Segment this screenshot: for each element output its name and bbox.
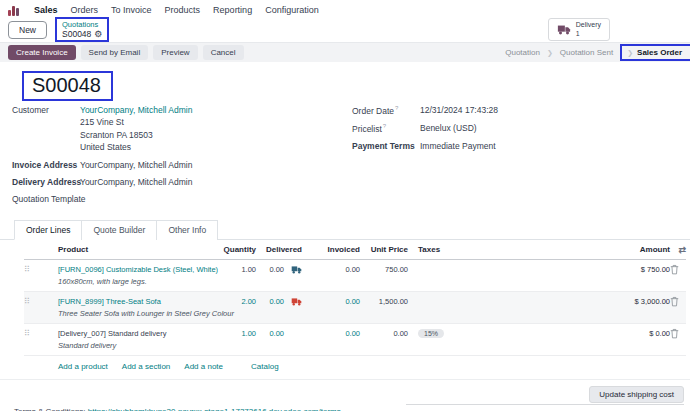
delete-row-icon[interactable] [670,264,686,275]
col-invoiced: Invoiced [302,245,360,254]
unit-price-cell[interactable]: 1,500.00 [360,297,408,306]
optional-columns-icon[interactable]: ⇄ [670,245,686,255]
col-delivered: Delivered [256,245,302,254]
status-quotation-sent[interactable]: Quotation Sent [560,48,613,57]
customer-address-line: 215 Vine St [80,117,192,128]
add-section-link[interactable]: Add a section [122,362,170,371]
menu-to-invoice[interactable]: To Invoice [111,5,152,15]
payment-terms-label: Payment Terms [352,141,420,151]
col-quantity: Quantity [218,245,256,254]
send-by-email-button[interactable]: Send by Email [81,45,149,60]
customer-link[interactable]: YourCompany, Mitchell Admin [80,105,192,115]
delete-row-icon[interactable] [670,328,686,339]
tax-badge: 15% [418,329,444,338]
catalog-link[interactable]: Catalog [251,362,279,371]
tab-quote-builder[interactable]: Quote Builder [81,220,157,240]
col-amount: Amount [558,245,670,254]
quotation-template-label: Quotation Template [12,194,80,204]
invoice-address-value[interactable]: YourCompany, Mitchell Admin [80,160,192,170]
customer-address-line: United States [80,142,192,153]
menu-configuration[interactable]: Configuration [265,5,319,15]
help-icon: ? [395,105,398,111]
col-unit-price: Unit Price [360,245,408,254]
breadcrumb-quotations-link[interactable]: Quotations [62,20,102,29]
terms-link[interactable]: https://shubhamkhune30-payrxx-stage1-173… [88,407,341,411]
menu-products[interactable]: Products [165,5,201,15]
app-name[interactable]: Sales [34,5,58,15]
add-note-link[interactable]: Add a note [184,362,223,371]
delivery-forecast-icon[interactable] [284,265,302,274]
unit-price-cell[interactable]: 0.00 [360,329,408,338]
delivery-address-field: Delivery Address YourCompany, Mitchell A… [12,177,342,187]
breadcrumb: Quotations S00048 ⚙ [55,17,109,42]
delivered-cell[interactable]: 0.00 [256,265,284,274]
pricelist-value[interactable]: Benelux (USD) [420,123,477,134]
statusbar: Quotation ❯ Quotation Sent ❯ Sales Order [505,44,682,61]
table-row: ⠿ [FURN_0096] Customizable Desk (Steel, … [24,260,686,292]
drag-handle-icon[interactable]: ⠿ [24,297,58,306]
order-date-field: Order Date? 12/31/2024 17:43:28 [352,105,678,116]
table-row: ⠿ [FURN_8999] Three-Seat Sofa 2.00 0.00 … [24,292,686,324]
order-date-label: Order Date? [352,105,420,116]
invoice-address-field: Invoice Address YourCompany, Mitchell Ad… [12,160,342,170]
tab-other-info[interactable]: Other Info [156,220,218,240]
update-shipping-cost-button[interactable]: Update shipping cost [589,386,684,403]
quotation-template-field: Quotation Template [12,194,342,204]
invoice-address-label: Invoice Address [12,160,80,170]
col-product: Product [58,245,218,254]
delivery-smart-button[interactable]: Delivery 1 [548,18,610,42]
order-title[interactable]: S00048 [22,71,113,101]
menu-reporting[interactable]: Reporting [213,5,252,15]
product-link[interactable]: [FURN_8999] Three-Seat Sofa [58,297,161,306]
add-product-link[interactable]: Add a product [58,362,108,371]
delete-row-icon[interactable] [670,296,686,307]
drag-handle-icon[interactable]: ⠿ [24,329,58,338]
totals-block: Untaxed Amount: $ 3,750.00 Tax 15%: $ 0.… [406,404,684,411]
chevron-right-icon: ❯ [547,49,553,57]
payment-terms-value[interactable]: Immediate Payment [420,141,496,151]
table-row: ⠿ [Delivery_007] Standard delivery 1.00 … [24,324,686,356]
invoiced-cell[interactable]: 0.00 [302,329,360,338]
odoo-apps-icon[interactable] [8,4,21,16]
delivered-cell[interactable]: 0.00 [256,329,284,338]
preview-button[interactable]: Preview [153,45,197,60]
gear-icon[interactable]: ⚙ [94,30,102,39]
delivery-button-label: Delivery [576,21,601,30]
amount-cell: $ 750.00 [558,265,670,274]
notebook-tabs: Order Lines Quote Builder Other Info [0,220,690,240]
delivery-button-count: 1 [576,30,601,39]
quantity-cell[interactable]: 1.00 [218,265,256,274]
cancel-button[interactable]: Cancel [203,45,244,60]
status-sales-order[interactable]: Sales Order [637,48,682,57]
customer-address-line: Scranton PA 18503 [80,130,192,141]
table-header: Product Quantity Delivered Invoiced Unit… [24,240,686,260]
product-text[interactable]: [Delivery_007] Standard delivery [58,329,218,338]
tab-order-lines[interactable]: Order Lines [14,220,82,240]
delivery-address-value[interactable]: YourCompany, Mitchell Admin [80,177,192,187]
delivery-late-icon[interactable] [284,297,302,306]
top-nav: Sales Orders To Invoice Products Reporti… [0,0,690,17]
order-date-value[interactable]: 12/31/2024 17:43:28 [420,105,498,116]
status-quotation[interactable]: Quotation [505,48,540,57]
form-sheet: S00048 Customer YourCompany, Mitchell Ad… [0,71,690,411]
customer-field: Customer YourCompany, Mitchell Admin 215… [12,105,342,153]
drag-handle-icon[interactable]: ⠿ [24,265,58,274]
menu-orders[interactable]: Orders [71,5,99,15]
invoiced-cell[interactable]: 0.00 [302,297,360,306]
product-link[interactable]: [FURN_0096] Customizable Desk (Steel, Wh… [58,265,218,274]
quantity-cell[interactable]: 2.00 [218,297,256,306]
quantity-cell[interactable]: 1.00 [218,329,256,338]
create-invoice-button[interactable]: Create Invoice [8,45,76,60]
form-fields: Customer YourCompany, Mitchell Admin 215… [12,105,678,211]
pricelist-label: Pricelist? [352,123,420,134]
chevron-right-icon: ❯ [627,49,633,57]
new-button[interactable]: New [8,21,47,39]
pricelist-field: Pricelist? Benelux (USD) [352,123,678,134]
terms-label: Terms & Conditions: [14,407,86,411]
terms-and-conditions: Terms & Conditions: https://shubhamkhune… [14,407,341,411]
invoiced-cell[interactable]: 0.00 [302,265,360,274]
action-bar: Create Invoice Send by Email Preview Can… [0,42,690,62]
delivered-cell[interactable]: 0.00 [256,297,284,306]
product-description: Standard delivery [58,341,686,350]
unit-price-cell[interactable]: 750.00 [360,265,408,274]
